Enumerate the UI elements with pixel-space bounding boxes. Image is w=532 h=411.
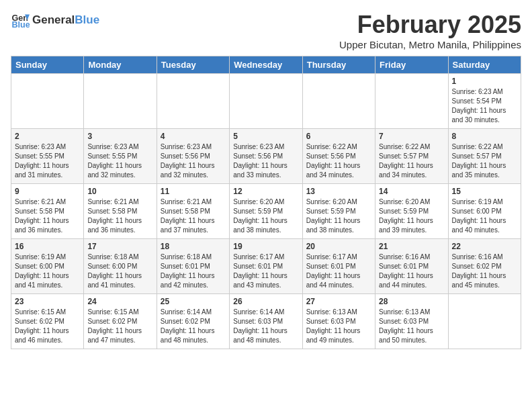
- weekday-header-saturday: Saturday: [448, 56, 521, 74]
- calendar-cell: 20Sunrise: 6:17 AM Sunset: 6:01 PM Dayli…: [302, 239, 375, 294]
- day-number: 15: [452, 187, 517, 196]
- calendar-cell: 17Sunrise: 6:18 AM Sunset: 6:00 PM Dayli…: [84, 239, 157, 294]
- day-info: Sunrise: 6:20 AM Sunset: 5:59 PM Dayligh…: [233, 197, 298, 235]
- day-info: Sunrise: 6:15 AM Sunset: 6:02 PM Dayligh…: [15, 308, 80, 345]
- calendar-cell: 5Sunrise: 6:23 AM Sunset: 5:56 PM Daylig…: [230, 129, 302, 184]
- day-info: Sunrise: 6:23 AM Sunset: 5:56 PM Dayligh…: [161, 142, 226, 180]
- weekday-header-row: SundayMondayTuesdayWednesdayThursdayFrid…: [11, 56, 521, 74]
- day-number: 8: [452, 132, 517, 141]
- calendar-cell: [157, 74, 229, 129]
- day-number: 17: [87, 242, 152, 251]
- calendar-cell: 3Sunrise: 6:23 AM Sunset: 5:55 PM Daylig…: [84, 129, 157, 184]
- calendar-cell: [11, 74, 84, 129]
- day-number: 2: [15, 132, 80, 141]
- calendar-cell: 6Sunrise: 6:22 AM Sunset: 5:56 PM Daylig…: [302, 129, 375, 184]
- calendar-cell: 28Sunrise: 6:13 AM Sunset: 6:03 PM Dayli…: [375, 294, 448, 349]
- day-number: 19: [233, 242, 298, 251]
- day-number: 4: [161, 132, 226, 141]
- day-info: Sunrise: 6:20 AM Sunset: 5:59 PM Dayligh…: [379, 197, 444, 235]
- day-number: 5: [233, 132, 298, 141]
- logo: Gen Blue GeneralBlue: [11, 11, 99, 30]
- week-row-2: 9Sunrise: 6:21 AM Sunset: 5:58 PM Daylig…: [11, 184, 521, 239]
- title-block: February 2025 Upper Bicutan, Metro Manil…: [339, 11, 521, 50]
- calendar-cell: [230, 74, 302, 129]
- day-number: 10: [87, 187, 152, 196]
- day-info: Sunrise: 6:22 AM Sunset: 5:57 PM Dayligh…: [452, 142, 517, 180]
- calendar-cell: 16Sunrise: 6:19 AM Sunset: 6:00 PM Dayli…: [11, 239, 84, 294]
- calendar-cell: 22Sunrise: 6:16 AM Sunset: 6:02 PM Dayli…: [448, 239, 521, 294]
- day-number: 22: [452, 242, 517, 251]
- calendar-cell: 7Sunrise: 6:22 AM Sunset: 5:57 PM Daylig…: [375, 129, 448, 184]
- calendar-cell: 15Sunrise: 6:19 AM Sunset: 6:00 PM Dayli…: [448, 184, 521, 239]
- day-info: Sunrise: 6:15 AM Sunset: 6:02 PM Dayligh…: [87, 308, 152, 345]
- day-number: 23: [15, 297, 80, 306]
- day-info: Sunrise: 6:17 AM Sunset: 6:01 PM Dayligh…: [306, 253, 371, 290]
- day-info: Sunrise: 6:16 AM Sunset: 6:01 PM Dayligh…: [379, 253, 444, 290]
- weekday-header-tuesday: Tuesday: [157, 56, 229, 74]
- day-number: 28: [379, 297, 444, 306]
- calendar-cell: 8Sunrise: 6:22 AM Sunset: 5:57 PM Daylig…: [448, 129, 521, 184]
- day-number: 26: [233, 297, 298, 306]
- calendar-cell: [375, 74, 448, 129]
- day-number: 24: [87, 297, 152, 306]
- week-row-1: 2Sunrise: 6:23 AM Sunset: 5:55 PM Daylig…: [11, 129, 521, 184]
- day-info: Sunrise: 6:18 AM Sunset: 6:00 PM Dayligh…: [87, 253, 152, 290]
- calendar-cell: 21Sunrise: 6:16 AM Sunset: 6:01 PM Dayli…: [375, 239, 448, 294]
- weekday-header-wednesday: Wednesday: [230, 56, 302, 74]
- week-row-0: 1Sunrise: 6:23 AM Sunset: 5:54 PM Daylig…: [11, 74, 521, 129]
- day-number: 3: [87, 132, 152, 141]
- day-number: 16: [15, 242, 80, 251]
- day-info: Sunrise: 6:22 AM Sunset: 5:57 PM Dayligh…: [379, 142, 444, 180]
- calendar-cell: 1Sunrise: 6:23 AM Sunset: 5:54 PM Daylig…: [448, 74, 521, 129]
- month-title: February 2025: [339, 11, 521, 39]
- day-number: 18: [161, 242, 226, 251]
- day-info: Sunrise: 6:21 AM Sunset: 5:58 PM Dayligh…: [87, 197, 152, 235]
- calendar-cell: 19Sunrise: 6:17 AM Sunset: 6:01 PM Dayli…: [230, 239, 302, 294]
- calendar-cell: 10Sunrise: 6:21 AM Sunset: 5:58 PM Dayli…: [84, 184, 157, 239]
- day-info: Sunrise: 6:14 AM Sunset: 6:03 PM Dayligh…: [233, 308, 298, 345]
- day-number: 12: [233, 187, 298, 196]
- day-info: Sunrise: 6:13 AM Sunset: 6:03 PM Dayligh…: [379, 308, 444, 345]
- day-number: 6: [306, 132, 371, 141]
- calendar-cell: 9Sunrise: 6:21 AM Sunset: 5:58 PM Daylig…: [11, 184, 84, 239]
- day-info: Sunrise: 6:21 AM Sunset: 5:58 PM Dayligh…: [15, 197, 80, 235]
- day-number: 13: [306, 187, 371, 196]
- svg-text:Blue: Blue: [11, 20, 30, 30]
- calendar-cell: [84, 74, 157, 129]
- calendar-table: SundayMondayTuesdayWednesdayThursdayFrid…: [11, 56, 521, 349]
- logo-general-text: General: [32, 13, 75, 26]
- calendar-cell: 27Sunrise: 6:13 AM Sunset: 6:03 PM Dayli…: [302, 294, 375, 349]
- calendar-cell: 24Sunrise: 6:15 AM Sunset: 6:02 PM Dayli…: [84, 294, 157, 349]
- calendar-cell: [448, 294, 521, 349]
- day-number: 14: [379, 187, 444, 196]
- day-info: Sunrise: 6:18 AM Sunset: 6:01 PM Dayligh…: [161, 253, 226, 290]
- day-info: Sunrise: 6:13 AM Sunset: 6:03 PM Dayligh…: [306, 308, 371, 345]
- day-number: 9: [15, 187, 80, 196]
- day-number: 27: [306, 297, 371, 306]
- calendar-cell: 23Sunrise: 6:15 AM Sunset: 6:02 PM Dayli…: [11, 294, 84, 349]
- day-info: Sunrise: 6:21 AM Sunset: 5:58 PM Dayligh…: [161, 197, 226, 235]
- day-info: Sunrise: 6:14 AM Sunset: 6:02 PM Dayligh…: [161, 308, 226, 345]
- calendar-cell: 2Sunrise: 6:23 AM Sunset: 5:55 PM Daylig…: [11, 129, 84, 184]
- day-info: Sunrise: 6:20 AM Sunset: 5:59 PM Dayligh…: [306, 197, 371, 235]
- weekday-header-monday: Monday: [84, 56, 157, 74]
- calendar-cell: 14Sunrise: 6:20 AM Sunset: 5:59 PM Dayli…: [375, 184, 448, 239]
- day-number: 25: [161, 297, 226, 306]
- calendar-cell: 4Sunrise: 6:23 AM Sunset: 5:56 PM Daylig…: [157, 129, 229, 184]
- day-info: Sunrise: 6:23 AM Sunset: 5:54 PM Dayligh…: [452, 87, 517, 125]
- week-row-4: 23Sunrise: 6:15 AM Sunset: 6:02 PM Dayli…: [11, 294, 521, 349]
- day-info: Sunrise: 6:23 AM Sunset: 5:55 PM Dayligh…: [15, 142, 80, 180]
- day-number: 7: [379, 132, 444, 141]
- day-info: Sunrise: 6:19 AM Sunset: 6:00 PM Dayligh…: [15, 253, 80, 290]
- day-info: Sunrise: 6:23 AM Sunset: 5:55 PM Dayligh…: [87, 142, 152, 180]
- day-info: Sunrise: 6:23 AM Sunset: 5:56 PM Dayligh…: [233, 142, 298, 180]
- location-title: Upper Bicutan, Metro Manila, Philippines: [339, 39, 521, 50]
- logo-icon: Gen Blue: [11, 11, 30, 30]
- day-info: Sunrise: 6:16 AM Sunset: 6:02 PM Dayligh…: [452, 253, 517, 290]
- calendar-cell: 13Sunrise: 6:20 AM Sunset: 5:59 PM Dayli…: [302, 184, 375, 239]
- day-number: 21: [379, 242, 444, 251]
- page-header: Gen Blue GeneralBlue February 2025 Upper…: [11, 11, 521, 50]
- day-info: Sunrise: 6:22 AM Sunset: 5:56 PM Dayligh…: [306, 142, 371, 180]
- weekday-header-sunday: Sunday: [11, 56, 84, 74]
- day-info: Sunrise: 6:19 AM Sunset: 6:00 PM Dayligh…: [452, 197, 517, 235]
